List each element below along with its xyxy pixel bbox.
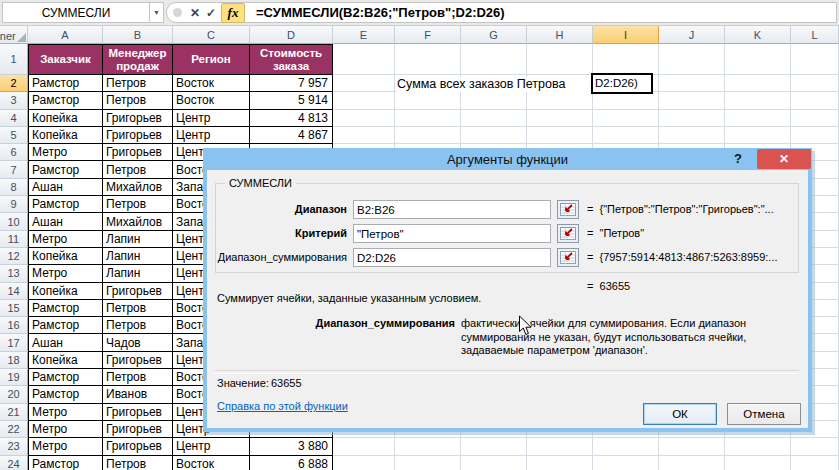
col-header-B[interactable]: B xyxy=(103,26,173,44)
cell-A13[interactable]: Метро xyxy=(28,265,103,282)
row-header-20[interactable]: 20 xyxy=(0,386,28,403)
cell-G4[interactable] xyxy=(461,110,527,127)
row-header-1[interactable]: 1 xyxy=(0,44,28,75)
dialog-title[interactable]: Аргументы функции xyxy=(203,152,812,167)
ok-button[interactable]: ОК xyxy=(643,403,717,425)
row-header-14[interactable]: 14 xyxy=(0,283,28,300)
cell-H24[interactable] xyxy=(527,456,593,470)
cell-K1[interactable] xyxy=(725,44,791,75)
cell-E4[interactable] xyxy=(333,110,395,127)
cell-I23[interactable] xyxy=(593,438,659,455)
cell-G24[interactable] xyxy=(461,456,527,470)
cell-E2[interactable] xyxy=(333,75,395,92)
cell-A8[interactable]: Ашан xyxy=(28,179,103,196)
cell-C23[interactable]: Центр xyxy=(173,438,250,455)
row-header-13[interactable]: 13 xyxy=(0,265,28,282)
cell-H3[interactable] xyxy=(527,92,593,109)
cell-C3[interactable]: Восток xyxy=(173,92,250,109)
cell-A10[interactable]: Ашан xyxy=(28,213,103,230)
cell-G3[interactable] xyxy=(461,92,527,109)
row-header-11[interactable]: 11 xyxy=(0,231,28,248)
cell-E23[interactable] xyxy=(333,438,395,455)
cell-A20[interactable]: Рамстор xyxy=(28,386,103,403)
row-header-10[interactable]: 10 xyxy=(0,213,28,230)
col-header-J[interactable]: J xyxy=(659,26,725,44)
cell-A21[interactable]: Метро xyxy=(28,404,103,421)
row-header-15[interactable]: 15 xyxy=(0,300,28,317)
cell-A2[interactable]: Рамстор xyxy=(28,75,103,92)
cell-D4[interactable]: 4 813 xyxy=(250,110,333,127)
cell-D2[interactable]: 7 957 xyxy=(250,75,333,92)
cell-I5[interactable] xyxy=(593,127,659,144)
row-header-24[interactable]: 24 xyxy=(0,456,28,470)
cell-I3[interactable] xyxy=(593,92,659,109)
cell-A15[interactable]: Рамстор xyxy=(28,300,103,317)
cell-A18[interactable]: Копейка xyxy=(28,352,103,369)
row-header-18[interactable]: 18 xyxy=(0,352,28,369)
cell-C4[interactable]: Центр xyxy=(173,110,250,127)
cell-L3[interactable] xyxy=(791,92,839,109)
cell-L5[interactable] xyxy=(791,127,839,144)
cell-J23[interactable] xyxy=(659,438,725,455)
col-header-D[interactable]: D xyxy=(250,26,333,44)
cell-L23[interactable] xyxy=(791,438,839,455)
cell-B17[interactable]: Чадов xyxy=(103,334,173,351)
cell-J1[interactable] xyxy=(659,44,725,75)
cell-E3[interactable] xyxy=(333,92,395,109)
cell-A19[interactable]: Рамстор xyxy=(28,369,103,386)
row-header-7[interactable]: 7 xyxy=(0,161,28,178)
cell-A16[interactable]: Рамстор xyxy=(28,317,103,334)
cell-A24[interactable]: Рамстор xyxy=(28,456,103,470)
collapse-dialog-button-range[interactable] xyxy=(557,200,579,219)
cell-A12[interactable]: Копейка xyxy=(28,248,103,265)
cell-I4[interactable] xyxy=(593,110,659,127)
cell-B7[interactable]: Петров xyxy=(103,161,173,178)
cell-F1[interactable] xyxy=(395,44,461,75)
row-header-5[interactable]: 5 xyxy=(0,127,28,144)
cell-G5[interactable] xyxy=(461,127,527,144)
cell-B1[interactable]: Менеджер продаж xyxy=(103,44,173,75)
cell-B15[interactable]: Петров xyxy=(103,300,173,317)
dialog-close-button[interactable]: ✕ xyxy=(757,149,811,169)
cell-F5[interactable] xyxy=(395,127,461,144)
enter-entry-icon[interactable]: ✓ xyxy=(203,4,219,21)
cell-C5[interactable]: Центр xyxy=(173,127,250,144)
col-header-I[interactable]: I xyxy=(593,26,659,44)
row-header-21[interactable]: 21 xyxy=(0,404,28,421)
cell-C24[interactable]: Восток xyxy=(173,456,250,470)
field-input-range[interactable] xyxy=(353,200,551,219)
cell-A9[interactable]: Рамстор xyxy=(28,196,103,213)
name-box-dropdown[interactable]: ▼ xyxy=(149,2,164,23)
row-header-19[interactable]: 19 xyxy=(0,369,28,386)
cell-D1[interactable]: Стоимость заказа xyxy=(250,44,333,75)
field-input-sum-range[interactable] xyxy=(353,248,551,267)
collapse-dialog-button-criteria[interactable] xyxy=(557,224,579,243)
active-cell-I2[interactable]: D2:D26) xyxy=(591,73,653,94)
cell-F23[interactable] xyxy=(395,438,461,455)
cell-K24[interactable] xyxy=(725,456,791,470)
cell-K5[interactable] xyxy=(725,127,791,144)
cell-A23[interactable]: Метро xyxy=(28,438,103,455)
cell-L24[interactable] xyxy=(791,456,839,470)
cell-E5[interactable] xyxy=(333,127,395,144)
cell-H23[interactable] xyxy=(527,438,593,455)
field-input-criteria[interactable] xyxy=(353,224,551,243)
cell-L4[interactable] xyxy=(791,110,839,127)
cell-A7[interactable]: Рамстор xyxy=(28,161,103,178)
cell-A3[interactable]: Рамстор xyxy=(28,92,103,109)
row-header-12[interactable]: 12 xyxy=(0,248,28,265)
function-help-link[interactable]: Справка по этой функции xyxy=(217,400,348,412)
collapse-dialog-button-sum-range[interactable] xyxy=(557,248,579,267)
cell-A6[interactable]: Метро xyxy=(28,144,103,161)
cell-G1[interactable] xyxy=(461,44,527,75)
row-header-6[interactable]: 6 xyxy=(0,144,28,161)
cell-A11[interactable]: Метро xyxy=(28,231,103,248)
cell-K3[interactable] xyxy=(725,92,791,109)
cell-J24[interactable] xyxy=(659,456,725,470)
row-header-2[interactable]: 2 xyxy=(0,75,28,92)
cell-A4[interactable]: Копейка xyxy=(28,110,103,127)
cell-I1[interactable] xyxy=(593,44,659,75)
cancel-button[interactable]: Отмена xyxy=(727,403,801,425)
note-cell-f2[interactable]: Сумма всех заказов Петрова xyxy=(397,77,592,92)
cell-C1[interactable]: Регион xyxy=(173,44,250,75)
